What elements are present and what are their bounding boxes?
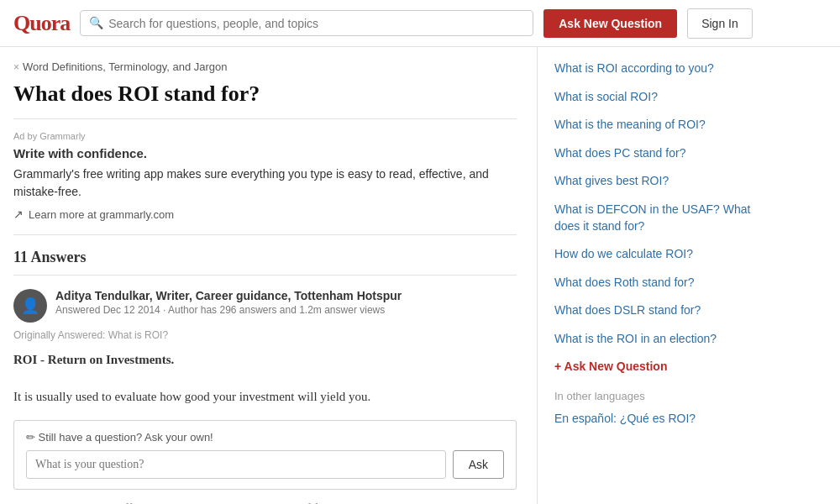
sidebar-link-6[interactable]: How do we calculate ROI? <box>554 246 776 263</box>
author-name[interactable]: Aditya Tendulkar, Writer, Career guidanc… <box>55 289 517 302</box>
sidebar: What is ROI according to you? What is so… <box>538 47 790 504</box>
sign-in-button[interactable]: Sign In <box>687 8 753 39</box>
originally-answered: Originally Answered: What is ROI? <box>13 329 517 341</box>
ad-headline: Write with confidence. <box>13 146 517 160</box>
author-meta: Answered Dec 12 2014 · Author has 296 an… <box>55 304 517 316</box>
breadcrumb-label: Word Definitions, Terminology, and Jargo… <box>23 60 228 73</box>
ad-body: Grammarly's free writing app makes sure … <box>13 165 517 201</box>
ad-link[interactable]: ↗ Learn more at grammarly.com <box>13 207 517 221</box>
avatar: 👤 <box>13 289 47 323</box>
header: Quora 🔍 Ask New Question Sign In <box>0 0 840 47</box>
ask-question-button[interactable]: Ask <box>453 450 504 479</box>
sidebar-lang-link[interactable]: En español: ¿Qué es ROI? <box>554 411 776 428</box>
search-icon: 🔍 <box>89 16 103 30</box>
sidebar-link-8[interactable]: What does DSLR stand for? <box>554 302 776 319</box>
sidebar-link-4[interactable]: What gives best ROI? <box>554 173 776 190</box>
ad-link-text: Learn more at grammarly.com <box>29 208 174 221</box>
content-area: × Word Definitions, Terminology, and Jar… <box>0 47 538 504</box>
answer-body-text: It is usually used to evaluate how good … <box>13 386 517 407</box>
sidebar-link-1[interactable]: What is social ROI? <box>554 89 776 106</box>
logo: Quora <box>13 11 70 36</box>
still-question-hint: ✏ Still have a question? Ask your own! <box>26 431 504 444</box>
still-question-box: ✏ Still have a question? Ask your own! A… <box>13 420 517 490</box>
ask-new-question-button[interactable]: Ask New Question <box>543 9 677 38</box>
question-input-row: Ask <box>26 450 504 479</box>
sidebar-link-9[interactable]: What is the ROI in an election? <box>554 331 776 348</box>
sidebar-link-0[interactable]: What is ROI according to you? <box>554 60 776 77</box>
sidebar-link-7[interactable]: What does Roth stand for? <box>554 275 776 291</box>
search-bar[interactable]: 🔍 <box>80 10 533 36</box>
breadcrumb: × Word Definitions, Terminology, and Jar… <box>13 60 517 73</box>
breadcrumb-close[interactable]: × <box>13 61 19 73</box>
sidebar-link-2[interactable]: What is the meaning of ROI? <box>554 117 776 134</box>
search-input[interactable] <box>108 17 524 30</box>
ad-block: Ad by Grammarly Write with confidence. G… <box>13 131 517 235</box>
answer-bold-text: ROI - Return on Investments. <box>13 349 517 370</box>
main-layout: × Word Definitions, Terminology, and Jar… <box>0 47 840 504</box>
author-info: Aditya Tendulkar, Writer, Career guidanc… <box>55 289 517 316</box>
answers-count: 11 Answers <box>13 249 517 276</box>
sidebar-link-3[interactable]: What does PC stand for? <box>554 145 776 162</box>
answer-author: 👤 Aditya Tendulkar, Writer, Career guida… <box>13 289 517 323</box>
question-input[interactable] <box>26 450 446 479</box>
ad-label: Ad by Grammarly <box>13 131 517 141</box>
page-title: What does ROI stand for? <box>13 81 517 119</box>
sidebar-link-5[interactable]: What is DEFCON in the USAF? What does it… <box>554 202 776 234</box>
in-other-languages-label: In other languages <box>554 390 776 402</box>
answer-footer-text: ROI = Average salary offered to the grad… <box>13 500 517 504</box>
sidebar-ask-new-question[interactable]: + Ask New Question <box>554 360 776 373</box>
external-link-icon: ↗ <box>13 207 24 221</box>
